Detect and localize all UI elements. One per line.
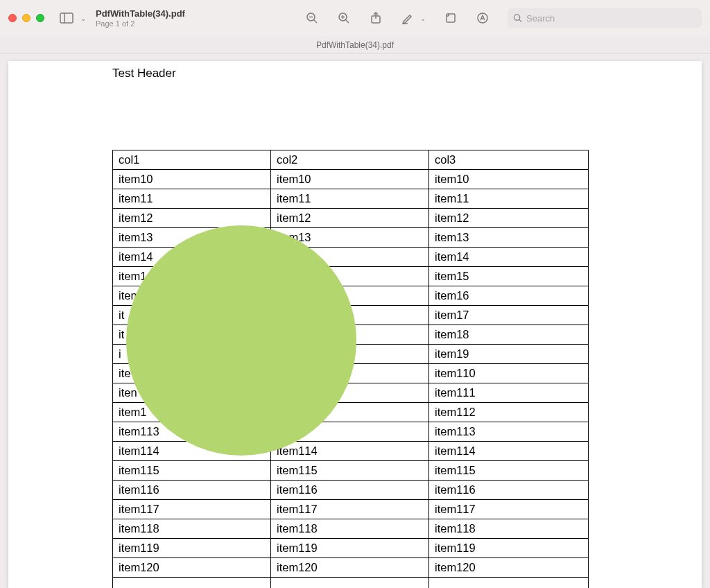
table-cell: item120 — [113, 558, 271, 578]
table-cell: item118 — [113, 519, 271, 539]
table-cell — [429, 578, 589, 589]
table-cell: item18 — [429, 325, 589, 345]
document-header-text: Test Header — [112, 67, 176, 80]
tab-label[interactable]: PdfWithTable(34).pdf — [316, 40, 394, 50]
search-field[interactable] — [508, 8, 702, 28]
table-cell: item117 — [271, 500, 429, 519]
table-cell: item11 — [271, 189, 429, 209]
table-cell: item115 — [113, 461, 271, 481]
table-cell: item110 — [429, 364, 589, 383]
table-cell: item114 — [429, 442, 589, 461]
table-cell: item116 — [113, 481, 271, 500]
minimize-button[interactable] — [22, 14, 31, 22]
document-title: PdfWithTable(34).pdf — [96, 8, 185, 19]
table-row — [113, 578, 589, 589]
table-cell: item118 — [271, 519, 429, 539]
table-row: item116item116item116 — [113, 481, 589, 500]
table-cell: item11 — [429, 189, 589, 209]
table-cell: item119 — [271, 539, 429, 558]
table-cell: item12 — [271, 209, 429, 228]
document-viewport[interactable]: Test Header col1col2col3item10item10item… — [0, 54, 710, 588]
table-cell: item115 — [271, 461, 429, 481]
table-cell: item117 — [429, 500, 589, 519]
table-cell: item116 — [271, 481, 429, 500]
table-cell — [113, 578, 271, 589]
table-cell: item13 — [429, 228, 589, 248]
table-cell: item14 — [429, 248, 589, 267]
table-cell: item11 — [113, 189, 271, 209]
table-header-cell: col3 — [429, 150, 589, 170]
table-row: item10item10item10 — [113, 170, 589, 189]
zoom-in-button[interactable] — [337, 11, 351, 25]
svg-line-3 — [314, 20, 317, 23]
page-indicator: Page 1 of 2 — [96, 19, 185, 28]
table-cell: item111 — [429, 383, 589, 403]
table-header-cell: col1 — [113, 150, 271, 170]
table-cell: item112 — [429, 403, 589, 422]
table-row: item12item12item12 — [113, 209, 589, 228]
table-header-cell: col2 — [271, 150, 429, 170]
table-cell: item120 — [429, 558, 589, 578]
title-block: PdfWithTable(34).pdf Page 1 of 2 — [96, 8, 185, 28]
sidebar-toggle-button[interactable] — [57, 10, 76, 26]
chevron-down-icon[interactable]: ⌄ — [80, 15, 86, 22]
svg-line-17 — [519, 19, 521, 21]
pdf-page: Test Header col1col2col3item10item10item… — [8, 61, 702, 588]
table-cell: item117 — [113, 500, 271, 519]
toolbar: ⌄ PdfWithTable(34).pdf Page 1 of 2 ⌄ — [0, 0, 710, 36]
table-cell: item119 — [113, 539, 271, 558]
chevron-down-icon[interactable]: ⌄ — [420, 15, 426, 22]
table-cell: item10 — [271, 170, 429, 189]
table-cell: item114 — [271, 442, 429, 461]
table-cell: item16 — [429, 286, 589, 306]
table-cell: item15 — [429, 267, 589, 286]
table-cell: item116 — [429, 481, 589, 500]
rotate-button[interactable] — [444, 11, 458, 25]
search-icon — [513, 13, 522, 23]
table-cell — [271, 578, 429, 589]
zoom-out-button[interactable] — [305, 11, 319, 25]
app-window: ⌄ PdfWithTable(34).pdf Page 1 of 2 ⌄ — [0, 0, 710, 588]
table-row: item11item11item11 — [113, 189, 589, 209]
table-cell: item12 — [429, 209, 589, 228]
table-row: item115item115item115 — [113, 461, 589, 481]
window-controls — [8, 14, 44, 22]
table-cell: item118 — [429, 519, 589, 539]
table-cell: item10 — [113, 170, 271, 189]
table-row: item114item114item114 — [113, 442, 589, 461]
svg-point-16 — [514, 15, 519, 20]
table-cell: item17 — [429, 306, 589, 325]
table-row: item117item117item117 — [113, 500, 589, 519]
share-button[interactable] — [369, 11, 383, 25]
svg-rect-0 — [60, 13, 73, 23]
highlight-button[interactable] — [401, 11, 415, 25]
tab-bar: PdfWithTable(34).pdf — [0, 36, 710, 54]
close-button[interactable] — [8, 14, 17, 22]
table-cell: item120 — [271, 558, 429, 578]
table-row: item119item119item119 — [113, 539, 589, 558]
table-row: item118item118item118 — [113, 519, 589, 539]
table-cell: item19 — [429, 345, 589, 364]
svg-rect-12 — [447, 14, 455, 22]
toolbar-icons: ⌄ — [305, 11, 490, 25]
table-cell: item10 — [429, 170, 589, 189]
search-input[interactable] — [526, 13, 696, 24]
table-row: item120item120item120 — [113, 558, 589, 578]
table-cell: item115 — [429, 461, 589, 481]
markup-button[interactable] — [476, 11, 490, 25]
table-cell: item119 — [429, 539, 589, 558]
annotation-circle[interactable] — [126, 225, 356, 456]
table-cell: item113 — [429, 422, 589, 442]
svg-line-6 — [346, 20, 349, 23]
fullscreen-button[interactable] — [36, 14, 44, 22]
